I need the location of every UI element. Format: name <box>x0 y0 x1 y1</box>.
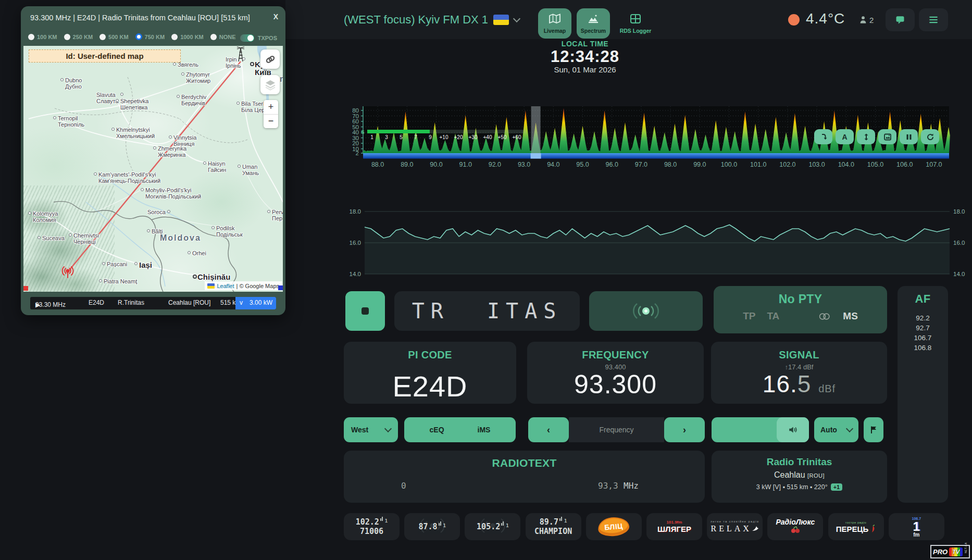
af-value[interactable]: 92.7 <box>898 323 948 333</box>
range-option-250km[interactable]: 250 KM <box>64 34 93 40</box>
range-option-100km[interactable]: 100 KM <box>28 34 57 40</box>
radio-icon[interactable] <box>28 34 34 40</box>
blits-fm-logo: БЛІЦ <box>597 516 630 537</box>
preset-button[interactable]: БЛІЦ <box>586 513 642 540</box>
af-value[interactable]: 106.8 <box>898 343 948 353</box>
city-label-line: Khmelnytskyi <box>116 127 155 133</box>
preset-button[interactable]: 106.71fm <box>889 513 944 540</box>
svg-text:107.0: 107.0 <box>926 161 942 168</box>
nav-livemap-button[interactable]: Livemap <box>538 8 571 39</box>
city-label: ZhmerynkaЖмеринка <box>158 145 186 158</box>
svg-text:98.0: 98.0 <box>664 161 677 168</box>
map-layers-button[interactable] <box>260 75 280 94</box>
spectrum-analyzer[interactable]: s 13579+10+20+30+40+50+60 A 807060504030… <box>341 103 958 173</box>
volume-handle[interactable] <box>777 417 809 442</box>
spectrum-refresh-button[interactable] <box>921 129 939 144</box>
eq-ims-toggle[interactable]: cEQ iMS <box>404 417 516 442</box>
antenna-select[interactable]: West <box>344 417 398 442</box>
station-extra-badge[interactable]: +1 <box>831 483 843 491</box>
map-link-button[interactable] <box>260 49 280 69</box>
city-label: ShepetivkaШепетівка <box>120 98 148 110</box>
preset-button[interactable]: 87.81 <box>404 513 460 540</box>
spectrum-pause-button[interactable] <box>900 129 918 144</box>
radio-icon[interactable] <box>171 34 178 40</box>
ceq-label[interactable]: cEQ <box>430 426 444 434</box>
range-option-1000km[interactable]: 1000 KM <box>171 34 204 40</box>
txpos-toggle[interactable] <box>240 34 254 42</box>
af-value[interactable]: 92.2 <box>898 313 948 323</box>
frequency-down-button[interactable]: ‹ <box>528 417 569 442</box>
svg-text:16.0: 16.0 <box>350 240 361 246</box>
preset-button[interactable]: легке та спокійне радіоRELAX <box>707 513 763 540</box>
preset-button[interactable]: 89.71CHAMPION <box>526 513 581 540</box>
city-label-line: Slavuta <box>96 92 119 98</box>
city-dot <box>203 161 206 165</box>
city-label-line: Жмеринка <box>158 152 186 158</box>
frequency-up-button[interactable]: › <box>664 417 705 442</box>
spectrum-autoscale-button[interactable]: A <box>836 129 854 144</box>
preset-button[interactable]: 102.2171006 <box>344 513 400 540</box>
range-option-label: 250 KM <box>73 34 93 40</box>
svg-text:102.0: 102.0 <box>779 161 795 168</box>
radio-icon[interactable] <box>99 34 106 40</box>
stereo-indicator-button[interactable] <box>345 291 385 331</box>
radiotext-seg1: 0 <box>401 481 406 491</box>
city-label: Chișinău <box>197 273 230 281</box>
preset-button[interactable]: 101.9fmШЛЯГЕР <box>646 513 702 540</box>
ims-label[interactable]: iMS <box>478 426 491 434</box>
nav-rds-logger-button[interactable]: RDS Logger <box>615 8 656 39</box>
af-value[interactable]: 106.7 <box>898 333 948 343</box>
shlyager-freq: 101.9fm <box>667 520 682 525</box>
protv-logo[interactable]: PRO TV NET.UA <box>930 545 970 558</box>
range-option-750km[interactable]: 750 KM <box>135 33 165 40</box>
preset-button[interactable]: гостре радіоПЕРЕЦЬ <box>828 513 884 540</box>
city-label: Звягель <box>178 61 198 68</box>
map-attribution: Leaflet | © Google Maps <box>205 281 282 290</box>
range-option-none[interactable]: NONE <box>210 34 236 40</box>
s-meter-ticks: 13579+10+20+30+40+50+60 <box>367 134 526 141</box>
radio-icon[interactable] <box>135 33 142 40</box>
city-label-line: Chișinău <box>197 273 230 281</box>
city-label: Mohyliv-Podil's'kyiМогилів-Подільський <box>145 187 201 200</box>
ps-display: TR ITAS <box>394 291 580 331</box>
chat-button[interactable] <box>886 8 915 31</box>
spectrum-vertical-scale-button[interactable] <box>857 129 875 144</box>
city-label: PervomaПервом <box>272 209 283 221</box>
city-label-line: Podilsk <box>216 225 243 231</box>
city-label-line: Шепетівка <box>120 104 148 110</box>
frequency-input[interactable]: Frequency <box>569 417 664 442</box>
city-dot <box>153 146 156 150</box>
preset-button[interactable]: 105.21 <box>465 513 520 540</box>
spectrum-graph-mode-button[interactable] <box>878 129 896 144</box>
local-time-label: LOCAL TIME <box>528 40 642 48</box>
flag-button[interactable] <box>864 417 883 442</box>
zoom-out-button[interactable]: − <box>264 115 278 129</box>
audio-play-button[interactable] <box>589 291 703 331</box>
signal-graph-svg: 18.018.016.016.014.014.0 <box>341 204 969 283</box>
city-label-line: Kam'yanets'-Podil's'kyi <box>98 171 160 178</box>
radio-icon[interactable] <box>210 34 217 40</box>
nav-livemap-label: Livemap <box>544 28 566 34</box>
nav-spectrum-button[interactable]: Spectrum <box>577 8 610 39</box>
city-label: Soroca <box>147 209 166 215</box>
menu-button[interactable] <box>919 8 948 31</box>
frequency-value[interactable]: 93.300 <box>527 371 704 397</box>
station-country: [ROU] <box>807 472 825 479</box>
leaflet-map[interactable]: Id: User-defined map LutskЗвягельDubnoДу… <box>23 46 283 292</box>
range-option-500km[interactable]: 500 KM <box>99 34 129 40</box>
status-ps: R.Trinitas <box>118 299 144 306</box>
zoom-in-button[interactable]: + <box>264 100 278 115</box>
close-icon[interactable]: X <box>273 13 278 21</box>
pi-code-label: PI CODE <box>344 349 516 361</box>
city-dot <box>94 172 97 176</box>
svg-text:92.0: 92.0 <box>489 161 501 168</box>
leaflet-link[interactable]: Leaflet <box>217 283 234 289</box>
volume-slider[interactable] <box>712 417 809 442</box>
preset-button[interactable]: РадіоЛюкс <box>767 513 823 540</box>
tuner-select[interactable]: (WEST focus) Kyiv FM DX 1 <box>344 8 519 31</box>
auto-mode-select[interactable]: Auto <box>814 417 858 442</box>
link-icon <box>265 54 276 65</box>
spectrum-peak-hold-button[interactable] <box>814 129 832 144</box>
radio-icon[interactable] <box>64 34 70 40</box>
signal-unit: dBf <box>818 383 836 394</box>
